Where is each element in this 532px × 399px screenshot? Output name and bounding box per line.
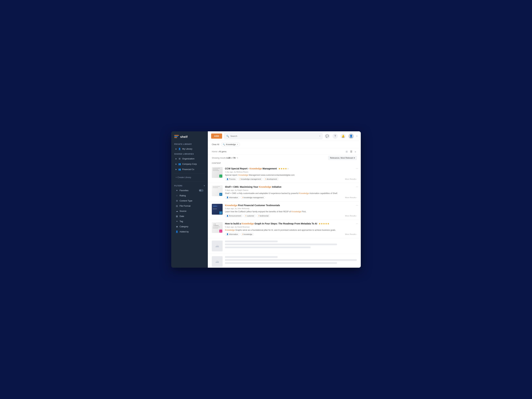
tag-customer[interactable]: #customer	[244, 214, 256, 217]
kebab-menu-2[interactable]: ···	[356, 185, 358, 188]
search-input[interactable]	[230, 135, 318, 137]
search-icon: 🔍	[226, 135, 229, 138]
tag-label-info-4: Information	[229, 233, 238, 235]
star4-1: ★	[319, 222, 321, 225]
title-prefix-1: CCW Special Report -	[225, 167, 250, 170]
kebab-menu-3[interactable]: ···	[356, 204, 358, 207]
results-count: Showing results 1-20 of 74 ↻	[212, 157, 238, 159]
filter-item-added-by[interactable]: 👤 Added by	[173, 229, 207, 234]
tag-knowledge-management[interactable]: #knowledge-management	[238, 177, 263, 181]
tag-information-4[interactable]: 👤Information	[225, 233, 240, 236]
filter-item-rating[interactable]: ☆ Rating	[173, 193, 207, 198]
star-5: ★	[287, 167, 289, 170]
notifications-icon[interactable]: 🔔	[341, 133, 346, 139]
filter-label-source: Source	[180, 210, 186, 212]
avatar-chevron-icon: ▾	[356, 135, 357, 137]
tag-process[interactable]: 👤Process	[225, 177, 237, 181]
thumb-line	[213, 187, 218, 188]
result-content-1: CCW Special Report - Knowledge Managemen…	[225, 167, 357, 181]
result-tags-3: 👤Announcement #customer #testimonial Mor…	[225, 214, 357, 217]
thumb-line	[213, 228, 218, 228]
tag-information-2[interactable]: 👤Information	[225, 196, 240, 199]
sidebar-item-financial-co[interactable]: ▶ 👥 Financial Co	[173, 167, 207, 172]
sort-label: Relevance, Most Relevant	[330, 157, 353, 159]
person-tag-icon-4: 👤	[226, 233, 228, 235]
star-4: ★	[285, 167, 287, 170]
shared-libraries-label: SHARED LIBRARIES	[171, 152, 208, 156]
filter-item-category[interactable]: ◉ Category	[173, 224, 207, 229]
create-library-btn[interactable]: + Create Library	[173, 175, 207, 180]
filter-item-favorites[interactable]: ♥ Favorites	[173, 188, 207, 193]
result-description-2: Shelf + CMS: a fully customisable and ad…	[225, 192, 357, 195]
result-thumbnail-2: F	[212, 185, 223, 196]
logo-line-1	[174, 135, 179, 136]
more-results-4[interactable]: More Results ›	[345, 233, 357, 235]
clear-all-button[interactable]: Clear All	[212, 143, 219, 146]
favorites-toggle[interactable]	[199, 189, 203, 192]
filter-item-tag[interactable]: ✦ Tag	[173, 219, 207, 224]
tag-testimonial[interactable]: #testimonial	[257, 214, 270, 217]
more-results-2[interactable]: More Results ›	[345, 196, 357, 198]
tag-label-announcement: Announcement	[229, 215, 241, 217]
tag-label-km: knowledge-management	[241, 178, 261, 180]
mountain-icon-2: ⛰	[215, 259, 219, 264]
sidebar-item-organization[interactable]: ▶ 🏛 Organization	[173, 156, 207, 161]
more-results-chevron-3: ›	[356, 215, 357, 217]
add-button[interactable]: ADD	[211, 133, 222, 139]
content-area: Clear All 🔍 Knowledge × Home › All gems …	[208, 141, 361, 268]
filter-item-source[interactable]: ☁ Source	[173, 209, 207, 214]
tag-icon: ✦	[176, 220, 178, 223]
tag-km-2[interactable]: #knowledge-management	[241, 196, 265, 199]
thumb-content-1	[212, 167, 223, 172]
sidebar-item-company-corp[interactable]: ▶ 👥 Company Corp	[173, 161, 207, 166]
breadcrumb-home[interactable]: Home	[212, 151, 217, 153]
result-title-3: Knowledge First Financial Customer Testi…	[225, 204, 357, 207]
breadcrumb: Home › All gems	[212, 151, 226, 153]
logo[interactable]: shelf	[171, 131, 208, 142]
active-filter-tag: 🔍 Knowledge ×	[221, 143, 240, 146]
filter-tag-close-btn[interactable]: ×	[237, 143, 238, 146]
skeleton-thumb-2: ⛰	[212, 256, 223, 267]
more-results-3[interactable]: More Results ›	[345, 215, 357, 217]
star4-2: ★	[321, 222, 323, 225]
sidebar-item-my-library[interactable]: ▶ 👤 My Library	[173, 146, 207, 151]
kebab-menu-4[interactable]: ···	[356, 222, 358, 225]
kebab-menu-1[interactable]: ···	[356, 167, 358, 170]
result-meta-3: 5 days ago, by John McKendy	[225, 208, 357, 209]
divider	[174, 173, 205, 173]
filter-item-file-format[interactable]: ▤ File Format	[173, 203, 207, 208]
tag-announcement[interactable]: 👤Announcement	[225, 214, 243, 217]
filter-item-content-type[interactable]: ⊞ Content Type	[173, 198, 207, 203]
section-label-content: CONTENT	[208, 161, 361, 165]
avatar[interactable]: 👤	[348, 133, 354, 139]
compact-view-button[interactable]: ≡	[354, 150, 357, 153]
list-view-button[interactable]: ☰	[349, 150, 353, 153]
tag-label-dev: development	[266, 178, 277, 180]
thumb-badge-2: F	[219, 193, 222, 196]
grid-view-button[interactable]: ⊞	[345, 150, 348, 153]
org-icon: 🏛	[178, 157, 181, 160]
refresh-icon[interactable]: ↻	[237, 157, 238, 159]
title-suffix-4: Graph In Four Steps: The Roadmap From Me…	[254, 222, 317, 225]
desc-highlight-4: Knowledge	[225, 229, 235, 231]
result-item-2: F Shelf + CMS: Maximising Your Knowledge…	[208, 183, 361, 201]
desc-highlight-2: Knowledge	[299, 192, 309, 195]
chat-icon[interactable]: 💬	[324, 133, 330, 139]
skeleton-line	[225, 247, 310, 248]
active-filter-label: Knowledge	[226, 143, 236, 146]
financial-co-label: Financial Co	[182, 168, 194, 171]
filter-item-date[interactable]: ▦ Date	[173, 214, 207, 219]
skeleton-thumb-1: ⛰	[212, 241, 223, 251]
expand-arrow: ▶	[176, 163, 177, 165]
divider-2	[174, 181, 205, 181]
more-results-1[interactable]: More Results ›	[345, 178, 357, 180]
help-icon[interactable]: ?	[332, 133, 338, 139]
tag-development[interactable]: #development	[264, 177, 279, 181]
grid-icon: ⊞	[176, 200, 178, 202]
filter-label-content-type: Content Type	[180, 200, 192, 202]
heart-icon: ♥	[176, 189, 178, 192]
thumb-badge-4: ♪	[219, 230, 222, 233]
filters-header[interactable]: FILTERS ▾	[171, 183, 208, 188]
tag-knowledge-4[interactable]: #knowledge	[241, 233, 254, 236]
sort-dropdown[interactable]: Relevance, Most Relevant ▾	[328, 156, 357, 160]
